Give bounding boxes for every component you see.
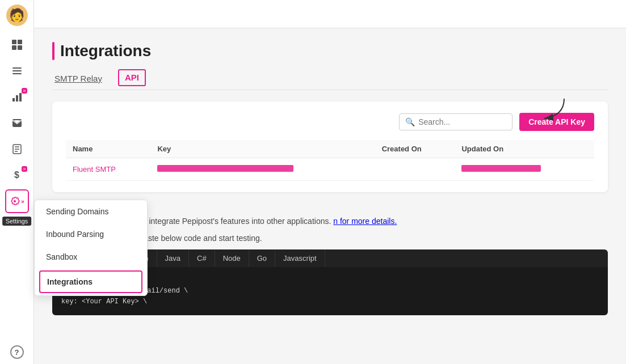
sidebar-item-campaigns[interactable] <box>5 111 29 135</box>
analytics-icon <box>11 91 23 103</box>
api-keys-table: Name Key Created On Updated On Fluent SM… <box>66 140 594 181</box>
svg-rect-3 <box>18 45 22 50</box>
menu-item-integrations[interactable]: Integrations <box>39 270 142 293</box>
svg-rect-9 <box>19 93 22 101</box>
page-title: Integrations <box>60 42 151 60</box>
tab-bar: SMTP Relay API <box>52 69 608 90</box>
analytics-badge: » <box>22 88 27 94</box>
col-updated-on: Updated On <box>455 140 594 158</box>
row-updated-on <box>455 158 594 181</box>
key-blurred-value <box>157 165 293 172</box>
sidebar-item-feeds[interactable] <box>5 59 29 83</box>
billing-badge: » <box>22 166 27 172</box>
top-bar <box>34 0 626 28</box>
sidebar-item-help[interactable]: ? <box>5 340 29 364</box>
tab-api[interactable]: API <box>118 69 146 86</box>
search-icon: 🔍 <box>405 117 415 126</box>
row-name[interactable]: Fluent SMTP <box>66 158 150 181</box>
row-key <box>150 158 375 181</box>
page-title-wrap: Integrations <box>52 42 608 60</box>
code-tab-csharp[interactable]: C# <box>189 249 215 267</box>
svg-rect-8 <box>16 95 18 101</box>
search-input-wrap[interactable]: 🔍 <box>399 113 512 130</box>
feeds-icon <box>11 65 23 77</box>
svg-rect-1 <box>18 40 22 44</box>
campaigns-icon <box>11 117 23 129</box>
code-tab-node[interactable]: Node <box>215 249 249 267</box>
code-line-3: key: <Your API Key> \ <box>61 297 599 307</box>
main-content: Integrations SMTP Relay API 🔍 Create API… <box>34 0 626 364</box>
svg-rect-2 <box>12 45 16 50</box>
sidebar-item-templates[interactable] <box>5 137 29 161</box>
settings-icon <box>9 196 20 207</box>
code-tab-go[interactable]: Go <box>249 249 275 267</box>
col-name: Name <box>66 140 150 158</box>
title-accent-bar <box>52 42 54 60</box>
sidebar-item-billing[interactable]: $ » <box>5 163 29 187</box>
menu-item-sending-domains[interactable]: Sending Domains <box>35 200 147 223</box>
create-api-key-button[interactable]: Create API Key <box>519 113 594 131</box>
col-created-on: Created On <box>375 140 455 158</box>
sidebar-item-dashboard[interactable] <box>5 33 29 57</box>
search-input[interactable] <box>418 117 506 126</box>
description-link[interactable]: n for more details. <box>333 217 397 226</box>
settings-tooltip: Settings <box>2 217 32 226</box>
svg-rect-5 <box>12 70 22 71</box>
table-row: Fluent SMTP <box>66 158 594 181</box>
toolbar: 🔍 Create API Key <box>66 113 594 131</box>
dashboard-icon <box>11 39 23 50</box>
avatar: 🧑 <box>6 5 28 26</box>
toolbar-wrapper: 🔍 Create API Key <box>66 113 594 131</box>
content-area: Integrations SMTP Relay API 🔍 Create API… <box>34 28 626 364</box>
api-keys-card: 🔍 Create API Key <box>52 101 608 192</box>
help-icon: ? <box>10 345 24 359</box>
billing-icon: $ <box>14 170 19 180</box>
settings-more: » <box>21 198 24 205</box>
code-tab-java[interactable]: Java <box>157 249 189 267</box>
row-created-on <box>375 158 455 181</box>
menu-item-sandbox[interactable]: Sandbox <box>35 246 147 268</box>
svg-rect-4 <box>12 67 22 69</box>
svg-rect-7 <box>12 98 15 101</box>
code-tab-javascript[interactable]: Javascript <box>275 249 325 267</box>
sidebar: 🧑 » $ » <box>0 0 34 364</box>
col-key: Key <box>150 140 375 158</box>
updated-blurred-value <box>461 165 541 172</box>
svg-rect-6 <box>12 73 22 74</box>
sidebar-item-analytics[interactable]: » <box>5 85 29 109</box>
sidebar-item-settings[interactable]: » Settings <box>5 189 29 213</box>
tab-smtp[interactable]: SMTP Relay <box>52 69 104 90</box>
settings-context-menu: Sending Domains Inbound Parsing Sandbox … <box>34 200 148 296</box>
templates-icon <box>11 143 23 155</box>
svg-rect-0 <box>12 40 16 44</box>
menu-item-inbound-parsing[interactable]: Inbound Parsing <box>35 223 147 246</box>
